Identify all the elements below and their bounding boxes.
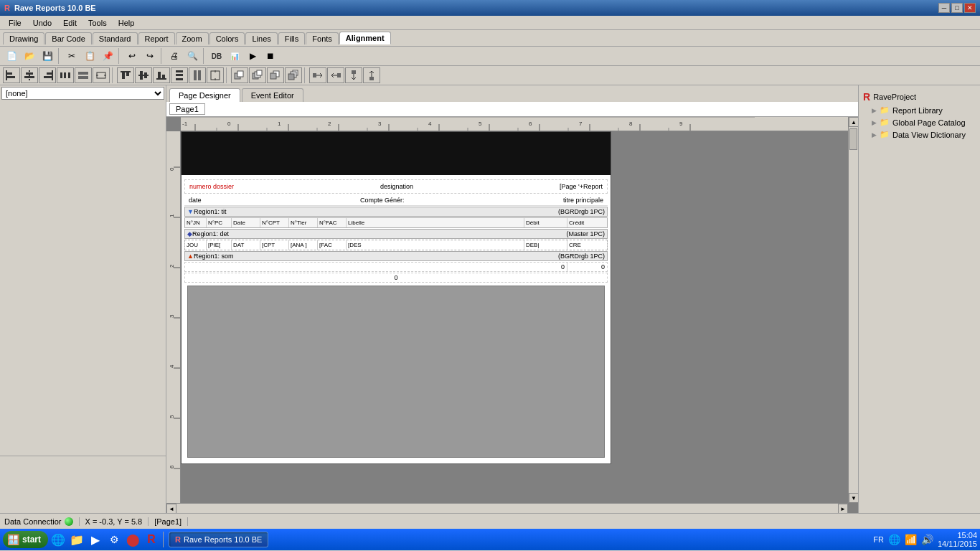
- scroll-right-btn[interactable]: ►: [838, 504, 848, 513]
- align-anchor-right[interactable]: [327, 67, 344, 83]
- ruler-top: -1 0 1 2 3 4 5 6 7: [181, 117, 848, 131]
- scroll-down-btn[interactable]: ▼: [849, 493, 858, 503]
- start-button[interactable]: 🪟 start: [3, 531, 48, 548]
- tab-alignment[interactable]: Alignment: [339, 32, 391, 44]
- active-app-label: Rave Reports 10.0 BE: [184, 535, 262, 544]
- tab-drawing[interactable]: Drawing: [3, 32, 44, 44]
- numero-dossier: numero dossier: [189, 183, 234, 190]
- align-space-v[interactable]: [171, 67, 188, 83]
- svg-text:4: 4: [169, 364, 175, 368]
- scroll-left-btn[interactable]: ◄: [166, 504, 176, 513]
- svg-text:9: 9: [679, 121, 683, 127]
- app-title: Rave Reports 10.0 BE: [14, 4, 96, 12]
- svg-text:7: 7: [579, 121, 583, 127]
- btn-open[interactable]: 📂: [21, 48, 38, 64]
- toolbar-tabs: Drawing Bar Code Standard Report Zoom Co…: [0, 30, 980, 46]
- align-make-same-width[interactable]: [75, 67, 92, 83]
- btn-run[interactable]: ▶: [244, 48, 261, 64]
- btn-paste[interactable]: 📌: [99, 48, 116, 64]
- svg-rect-13: [78, 76, 88, 79]
- tab-fills[interactable]: Fills: [278, 32, 306, 44]
- center-area: Page Designer Event Editor Page1 -1 0: [166, 85, 858, 513]
- align-middle-v[interactable]: [135, 67, 152, 83]
- grand-total: 0: [184, 273, 608, 283]
- tab-event-editor[interactable]: Event Editor: [242, 88, 303, 102]
- btn-redo[interactable]: ↪: [141, 48, 159, 64]
- folder-icon-data: 📁: [880, 130, 890, 139]
- tab-colors[interactable]: Colors: [209, 32, 245, 44]
- align-space-h[interactable]: [57, 67, 74, 83]
- component-selector[interactable]: [none]: [1, 87, 164, 100]
- align-bring-front[interactable]: [231, 67, 248, 83]
- taskbar-ie-icon[interactable]: 🌐: [50, 532, 67, 547]
- btn-print[interactable]: 🖨: [166, 48, 183, 64]
- canvas-container[interactable]: -1 0 1 2 3 4 5 6 7: [166, 117, 858, 513]
- align-spread-h[interactable]: [93, 67, 110, 83]
- tray-icon-3[interactable]: 🔊: [921, 534, 933, 545]
- taskbar-db-icon[interactable]: ⬤: [124, 532, 141, 547]
- tab-report[interactable]: Report: [138, 32, 175, 44]
- tree-item-report-library[interactable]: ▶ 📁 Report Library: [872, 104, 976, 116]
- align-anchor-top[interactable]: [345, 67, 362, 83]
- align-top-edge[interactable]: [117, 67, 134, 83]
- tray-icon-2[interactable]: 📶: [905, 534, 917, 545]
- taskbar-folder-icon[interactable]: 📁: [68, 532, 85, 547]
- maximize-button[interactable]: □: [951, 3, 963, 13]
- align-make-same-height[interactable]: [189, 67, 206, 83]
- menu-file[interactable]: File: [3, 17, 27, 29]
- close-button[interactable]: ✕: [964, 3, 976, 13]
- separator-1: [58, 48, 61, 64]
- align-send-backward[interactable]: [285, 67, 302, 83]
- tree-item-data-view[interactable]: ▶ 📁 Data View Dictionary: [872, 128, 976, 141]
- tree-item-global-page[interactable]: ▶ 📁 Global Page Catalog: [872, 116, 976, 128]
- align-right-edge[interactable]: [39, 67, 56, 83]
- btn-copy[interactable]: 📋: [81, 48, 98, 64]
- data-deb: DEB|: [524, 240, 567, 250]
- menu-undo[interactable]: Undo: [27, 17, 57, 29]
- tab-zoom[interactable]: Zoom: [176, 32, 209, 44]
- align-anchor-left[interactable]: [309, 67, 326, 83]
- tree-item-rave-project[interactable]: R RaveProject: [863, 90, 976, 104]
- tray-icon-1[interactable]: 🌐: [888, 534, 900, 545]
- horizontal-scrollbar[interactable]: ◄ ►: [166, 503, 848, 513]
- taskbar-media-icon[interactable]: ▶: [87, 532, 104, 547]
- minimize-button[interactable]: ─: [938, 3, 950, 13]
- align-spread-v[interactable]: [207, 67, 224, 83]
- menu-help[interactable]: Help: [113, 17, 141, 29]
- vertical-scrollbar[interactable]: ▲ ▼: [848, 117, 858, 503]
- btn-cut[interactable]: ✂: [63, 48, 80, 64]
- tab-lines[interactable]: Lines: [245, 32, 277, 44]
- tab-standard[interactable]: Standard: [93, 32, 138, 44]
- align-bring-forward[interactable]: [249, 67, 266, 83]
- align-left-edge[interactable]: [3, 67, 20, 83]
- start-label: start: [22, 534, 41, 545]
- data-fac: [FAC: [318, 240, 347, 250]
- taskbar-active-app[interactable]: R Rave Reports 10.0 BE: [169, 532, 268, 547]
- align-bottom-edge[interactable]: [153, 67, 170, 83]
- taskbar-tray: FR 🌐 📶 🔊 15:04 14/11/2015: [873, 531, 977, 548]
- col-nfac: N°FAC: [318, 218, 347, 227]
- btn-new[interactable]: 📄: [3, 48, 20, 64]
- btn-stop[interactable]: ⏹: [262, 48, 279, 64]
- btn-save[interactable]: 💾: [39, 48, 56, 64]
- taskbar-rave-icon[interactable]: R: [143, 532, 160, 547]
- btn-preview[interactable]: 🔍: [184, 48, 201, 64]
- btn-data[interactable]: DB: [208, 48, 225, 64]
- menu-edit[interactable]: Edit: [57, 17, 83, 29]
- taskbar-settings-icon[interactable]: ⚙: [105, 532, 123, 547]
- menu-tools[interactable]: Tools: [83, 17, 113, 29]
- align-center-h[interactable]: [21, 67, 38, 83]
- data-cpt: [CPT: [260, 240, 289, 250]
- tab-fonts[interactable]: Fonts: [306, 32, 339, 44]
- svg-rect-10: [64, 72, 66, 78]
- tab-barcode[interactable]: Bar Code: [45, 32, 91, 44]
- align-send-back[interactable]: [267, 67, 284, 83]
- btn-chart[interactable]: 📊: [226, 48, 243, 64]
- scroll-up-btn[interactable]: ▲: [849, 117, 858, 127]
- tab-page-designer[interactable]: Page Designer: [169, 88, 240, 102]
- btn-undo[interactable]: ↩: [123, 48, 141, 64]
- page-tab-1[interactable]: Page1: [169, 103, 205, 115]
- align-anchor-bottom[interactable]: [363, 67, 380, 83]
- data-cre: CRE: [567, 240, 607, 250]
- svg-rect-26: [176, 70, 183, 72]
